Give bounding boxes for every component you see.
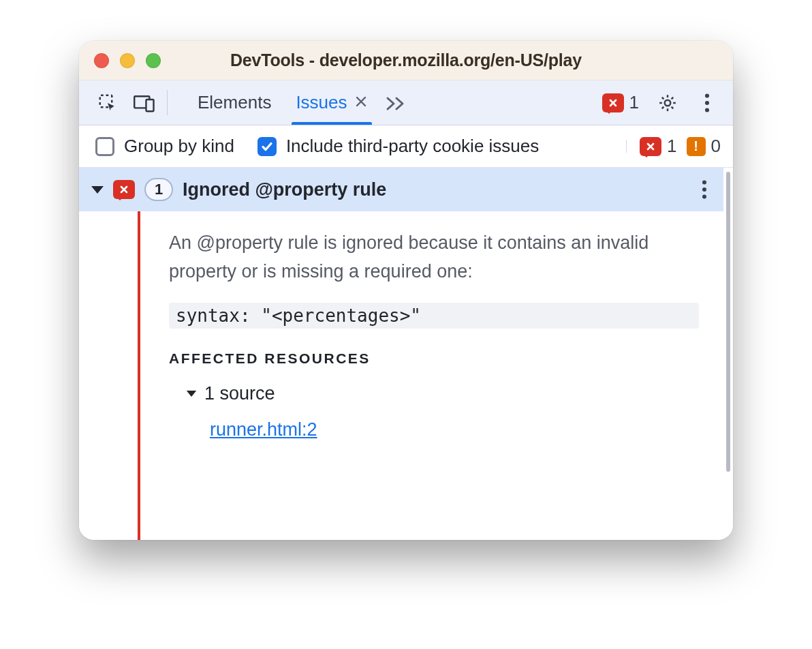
svg-point-7 — [702, 180, 706, 184]
issue-count-pill: 1 — [144, 178, 173, 201]
issue-description: An @property rule is ignored because it … — [169, 229, 699, 286]
include-third-party-checkbox[interactable] — [257, 137, 277, 156]
tab-elements[interactable]: Elements — [187, 80, 282, 125]
expand-triangle-icon — [91, 186, 104, 194]
warning-icon: ! — [687, 137, 706, 156]
issue-detail: An @property rule is ignored because it … — [79, 211, 723, 540]
group-by-kind-checkbox[interactable] — [95, 137, 114, 156]
window-minimize[interactable] — [120, 53, 135, 68]
window-titlebar: DevTools - developer.mozilla.org/en-US/p… — [79, 41, 733, 80]
svg-point-5 — [705, 100, 709, 104]
scrollbar-thumb[interactable] — [726, 172, 730, 472]
filter-warning-indicator[interactable]: ! 0 — [687, 136, 721, 157]
filter-warning-count: 0 — [711, 136, 721, 157]
settings-button[interactable] — [657, 92, 678, 114]
svg-point-8 — [702, 187, 706, 192]
tab-elements-label: Elements — [198, 92, 271, 113]
window-title: DevTools - developer.mozilla.org/en-US/p… — [230, 50, 582, 70]
vertical-scrollbar[interactable] — [723, 168, 733, 540]
filter-error-indicator[interactable]: 1 — [640, 136, 676, 157]
error-icon — [113, 180, 135, 199]
source-count-row[interactable]: 1 source — [185, 383, 699, 404]
expand-triangle-icon — [187, 391, 196, 397]
error-icon — [640, 137, 661, 156]
more-menu-button[interactable] — [696, 92, 718, 114]
tab-issues-label: Issues — [296, 92, 347, 113]
device-toolbar-icon[interactable] — [134, 92, 155, 114]
source-count-label: 1 source — [204, 383, 275, 404]
devtools-toolbar: Elements Issues — [79, 80, 733, 125]
group-by-kind-label: Group by kind — [124, 136, 234, 157]
svg-point-6 — [705, 108, 709, 112]
severity-bar — [138, 211, 140, 540]
inspect-element-icon[interactable] — [97, 92, 119, 114]
error-icon — [602, 93, 624, 112]
svg-point-3 — [665, 100, 671, 106]
issue-row[interactable]: 1 Ignored @property rule — [79, 168, 723, 211]
svg-point-9 — [702, 194, 706, 198]
overflow-tabs-button[interactable] — [381, 80, 409, 125]
toolbar-error-indicator[interactable]: 1 — [602, 92, 639, 113]
issue-code-snippet: syntax: "<percentages>" — [169, 303, 699, 329]
window-max[interactable] — [146, 53, 161, 68]
svg-rect-2 — [146, 100, 153, 111]
devtools-window: DevTools - developer.mozilla.org/en-US/p… — [79, 41, 733, 540]
tab-issues[interactable]: Issues — [285, 80, 378, 125]
close-icon[interactable] — [354, 93, 368, 112]
source-link[interactable]: runner.html:2 — [210, 419, 317, 440]
issue-more-menu[interactable] — [693, 179, 715, 200]
window-close[interactable] — [94, 53, 109, 68]
issue-title: Ignored @property rule — [183, 179, 386, 200]
traffic-lights — [94, 53, 161, 68]
filter-error-count: 1 — [667, 136, 676, 157]
svg-point-4 — [705, 93, 709, 97]
toolbar-error-count: 1 — [629, 92, 639, 113]
affected-resources-label: AFFECTED RESOURCES — [169, 350, 699, 367]
include-third-party-label: Include third-party cookie issues — [286, 136, 539, 157]
issues-filter-bar: Group by kind Include third-party cookie… — [79, 125, 733, 168]
